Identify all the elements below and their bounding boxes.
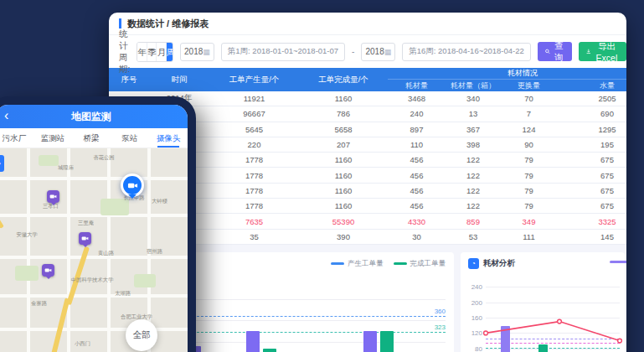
legend-item[interactable]: 完成工单量 — [394, 259, 446, 269]
search-icon — [545, 48, 550, 55]
breadcrumb: 数据统计 / 维修报表 — [127, 18, 209, 30]
period-label: 统计周期: — [119, 28, 130, 75]
table-cell: 456 — [388, 171, 446, 180]
table-cell: 4330 — [388, 217, 446, 226]
bar-completed — [263, 349, 276, 352]
camera-marker-selected[interactable] — [121, 173, 144, 197]
query-label: 查询 — [554, 40, 565, 64]
table-cell: 859 — [446, 217, 501, 226]
phone-mockup: ‹ 地图监测 污水厂监测站桥梁泵站摄像头 › 全部 杏花公园城隍庙长江中路三孝口… — [0, 96, 196, 352]
legend-item[interactable]: 产生工单量 — [331, 259, 384, 269]
reference-line: 323 — [184, 332, 446, 333]
table-cell: 3468 — [388, 94, 446, 103]
map-label: 宿州路 — [147, 248, 162, 256]
breadcrumb-accent — [119, 18, 121, 28]
breadcrumb-bar: 数据统计 / 维修报表 — [109, 13, 626, 35]
table-cell: 349 — [501, 217, 557, 226]
table-cell: 13 — [446, 109, 501, 118]
phone-screen: ‹ 地图监测 污水厂监测站桥梁泵站摄像头 › 全部 杏花公园城隍庙长江中路三孝口… — [0, 105, 188, 352]
sub-column-header: 耗材量（箱） — [446, 80, 501, 91]
phone-tab-摄像头[interactable]: 摄像头 — [149, 128, 188, 148]
table-cell: 2505 — [557, 94, 626, 103]
end-year-select[interactable]: 2018 ▦ — [361, 43, 395, 61]
table-cell: 1778 — [209, 201, 299, 210]
table-cell: 1295 — [557, 125, 626, 134]
chart-gridline — [184, 320, 446, 321]
table-cell: 1160 — [299, 186, 388, 195]
phone-page-title: 地图监测 — [71, 110, 111, 124]
y-axis-tick: 160 — [471, 314, 482, 322]
column-header: 工单完成量/个 — [299, 75, 388, 85]
phone-tab-污水厂[interactable]: 污水厂 — [0, 128, 33, 148]
period-option-季[interactable]: 季 — [147, 43, 157, 61]
phone-tab-泵站[interactable]: 泵站 — [111, 128, 149, 148]
table-cell: 55390 — [299, 217, 388, 226]
query-button[interactable]: 查询 — [538, 42, 573, 61]
phone-tab-桥梁[interactable]: 桥梁 — [72, 128, 111, 148]
map-park — [15, 266, 39, 281]
bar-generated — [363, 331, 377, 352]
table-cell: 79 — [501, 186, 557, 195]
map-label: 大钟楼 — [152, 198, 167, 205]
range-separator: - — [352, 47, 354, 56]
map-label: 中国科学技术大学 — [71, 277, 113, 284]
back-icon[interactable]: ‹ — [4, 108, 8, 123]
table-cell: 79 — [501, 155, 557, 164]
camera-marker[interactable] — [47, 190, 59, 203]
table-cell: 79 — [501, 171, 557, 180]
table-cell: 7635 — [209, 217, 299, 226]
end-week-input[interactable]: 第16周: 2018-04-16~2018-04-22 — [402, 43, 531, 61]
sub-column-header: 更换量 — [501, 80, 557, 91]
table-cell: 207 — [299, 140, 388, 149]
table-cell: 340 — [446, 94, 501, 103]
table-cell: 456 — [388, 186, 446, 195]
start-year-select[interactable]: 2018 ▦ — [180, 43, 214, 61]
map-road — [67, 148, 70, 352]
calendar-icon: ▦ — [203, 48, 210, 56]
end-year-value: 2018 — [365, 47, 384, 56]
map-label: 太湖路 — [115, 290, 131, 298]
table-cell: 390 — [299, 232, 388, 241]
map-label: 金寨路 — [31, 300, 47, 308]
expand-panel-toggle[interactable]: › — [0, 155, 4, 172]
map-park — [134, 274, 156, 287]
legend-marker — [331, 262, 344, 265]
calendar-icon: ▦ — [384, 48, 392, 56]
table-cell: 367 — [446, 125, 501, 134]
table-cell: 1160 — [299, 201, 388, 210]
table-cell: 111 — [501, 232, 557, 241]
table-cell: 690 — [557, 109, 626, 118]
all-filter-button[interactable]: 全部 — [126, 319, 157, 351]
legend-dash-clipped — [610, 261, 626, 263]
table-cell: 456 — [388, 155, 446, 164]
period-option-月[interactable]: 月 — [157, 43, 167, 61]
map-main-road — [0, 194, 4, 229]
table-cell: 786 — [299, 109, 388, 118]
table-cell: 122 — [446, 186, 501, 195]
y-axis-tick: 200 — [471, 299, 482, 307]
period-option-周[interactable]: 周 — [167, 43, 173, 61]
column-header: 时间 — [149, 75, 209, 85]
map-canvas[interactable]: › 全部 杏花公园城隍庙长江中路三孝口三里庵安徽大学黄山路宿州路大钟楼中国科学技… — [0, 148, 188, 352]
reference-line-label: 323 — [435, 324, 446, 331]
export-excel-button[interactable]: 导出Excel — [579, 42, 626, 61]
filter-row: 统计周期: 年季月周日 2018 ▦ 第1周: 2018-01-01~2018-… — [109, 35, 626, 68]
start-week-input[interactable]: 第1周: 2018-01-01~2018-01-07 — [221, 43, 345, 61]
video-camera-icon — [81, 235, 89, 242]
table-cell: 11921 — [209, 94, 299, 103]
chart-title-row: ◔ 耗材分析 — [468, 258, 515, 269]
map-label: 三里庵 — [78, 220, 94, 227]
map-park — [39, 155, 59, 166]
workorder-bar-chart: 360323 — [184, 277, 446, 352]
table-cell: 240 — [388, 109, 446, 118]
table-cell: 675 — [557, 171, 626, 180]
phone-tab-监测站[interactable]: 监测站 — [33, 128, 72, 148]
camera-marker[interactable] — [42, 264, 54, 277]
period-option-年[interactable]: 年 — [137, 43, 147, 61]
camera-marker[interactable] — [79, 232, 91, 245]
table-cell: 90 — [501, 140, 557, 149]
map-road — [27, 148, 30, 352]
trend-line — [486, 279, 626, 352]
bar-completed — [380, 331, 394, 352]
table-cell: 124 — [501, 125, 557, 134]
